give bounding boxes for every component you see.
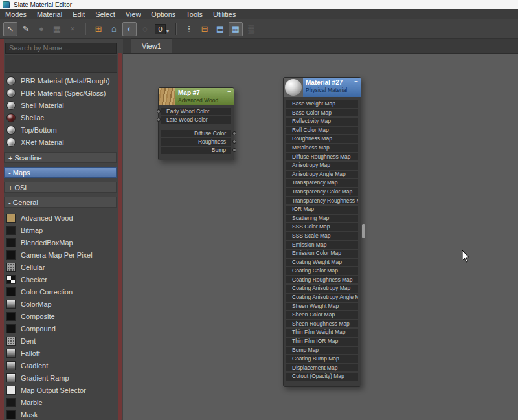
input-slot[interactable]: Refl Color Map: [286, 127, 358, 135]
browser-item-shell-material[interactable]: Shell Material: [4, 99, 118, 111]
show-grid-button[interactable]: ▒: [244, 22, 258, 36]
input-slot-early-wood-color[interactable]: Early Wood Color: [161, 108, 231, 115]
browser-item-dent[interactable]: Dent: [4, 335, 118, 347]
browser-item-gradient[interactable]: Gradient: [4, 359, 118, 371]
input-slot[interactable]: Metalness Map: [286, 144, 358, 152]
collapse-node-icon[interactable]: −: [354, 78, 358, 85]
browser-item-compound[interactable]: Compound: [4, 322, 118, 335]
input-slot[interactable]: Cutout (Opacity) Map: [286, 373, 358, 381]
input-slot-late-wood-color[interactable]: Late Wood Color: [161, 116, 231, 124]
browser-item-marble[interactable]: Marble: [4, 396, 118, 408]
output-slot-diffuse-color[interactable]: Diffuse Color: [161, 130, 231, 137]
input-socket-icon[interactable]: [157, 118, 161, 122]
node-graph-canvas[interactable]: Map #7 Advanced Wood − Early Wood Color …: [123, 54, 518, 420]
input-slot[interactable]: Coating Roughness Map: [286, 276, 358, 284]
menu-edit[interactable]: Edit: [67, 9, 90, 19]
menu-utilities[interactable]: Utilities: [208, 9, 241, 19]
input-slot[interactable]: Anisotropy Angle Map: [286, 171, 358, 179]
delete-selected-button[interactable]: ×: [65, 22, 80, 36]
input-slot[interactable]: Reflectivity Map: [286, 118, 358, 126]
input-slot[interactable]: SSS Scale Map: [286, 232, 358, 240]
input-slot[interactable]: IOR Map: [286, 206, 358, 214]
browser-scrollbar-right[interactable]: [118, 53, 122, 420]
browser-item-colormap[interactable]: ColorMap: [4, 298, 118, 310]
menu-select[interactable]: Select: [90, 9, 120, 19]
input-slot[interactable]: Thin Film Weight Map: [286, 329, 358, 337]
search-by-name-input[interactable]: [5, 43, 117, 54]
material-id-value[interactable]: 0: [155, 24, 166, 34]
output-slot-roughness[interactable]: Roughness: [161, 138, 231, 146]
show-end-result-button[interactable]: ◌: [138, 22, 152, 36]
output-slot-bump[interactable]: Bump: [161, 147, 231, 154]
browser-item-color-correction[interactable]: Color Correction: [4, 285, 118, 298]
select-tool-button[interactable]: ↖: [3, 22, 17, 36]
input-slot[interactable]: Coating Anisotropy Map: [286, 285, 358, 293]
hide-unused-nodeslots-button[interactable]: ⊟: [197, 22, 212, 36]
input-slot[interactable]: Transparency Roughness M...: [286, 197, 358, 205]
input-slot[interactable]: Sheen Color Map: [286, 311, 358, 319]
input-slot[interactable]: Emission Map: [286, 241, 358, 249]
input-slot[interactable]: Coating Color Map: [286, 267, 358, 275]
output-socket-icon[interactable]: [232, 140, 236, 144]
menu-material[interactable]: Material: [32, 9, 67, 19]
browser-group-osl[interactable]: + OSL: [4, 182, 117, 193]
input-slot[interactable]: Diffuse Roughness Map: [286, 153, 358, 161]
menu-options[interactable]: Options: [146, 9, 181, 19]
layout-all-vertical-button[interactable]: ▤: [213, 22, 227, 36]
show-shaded-material-in-viewport-button[interactable]: ◐: [122, 22, 137, 36]
output-socket-icon[interactable]: [232, 131, 236, 135]
input-slot[interactable]: Scattering Map: [286, 215, 358, 223]
collapse-node-icon[interactable]: −: [227, 89, 231, 95]
input-slot[interactable]: Coating Weight Map: [286, 259, 358, 267]
output-socket-icon[interactable]: [232, 148, 236, 152]
input-slot[interactable]: Transparency Map: [286, 179, 358, 187]
input-slot[interactable]: SSS Color Map: [286, 223, 358, 231]
browser-item-falloff[interactable]: Falloff: [4, 347, 118, 359]
move-children-button[interactable]: ⊞: [91, 22, 106, 36]
browser-item-top-bottom[interactable]: Top/Bottom: [4, 124, 118, 136]
input-slot[interactable]: Sheen Weight Map: [286, 303, 358, 311]
browser-item-advanced-wood[interactable]: Advanced Wood: [4, 212, 118, 224]
pick-material-eyedropper-button[interactable]: ✎: [19, 22, 33, 36]
menu-tools[interactable]: Tools: [181, 9, 208, 19]
browser-item-blendedboxmap[interactable]: BlendedBoxMap: [4, 236, 118, 249]
browser-item-xref-material[interactable]: XRef Material: [4, 136, 118, 148]
input-socket-icon[interactable]: [157, 109, 161, 113]
layout-children-button[interactable]: ▦: [229, 22, 243, 36]
input-slot[interactable]: Coating Anisotropy Angle M...: [286, 294, 358, 302]
browser-item-checker[interactable]: Checker: [4, 273, 118, 285]
input-slot[interactable]: Roughness Map: [286, 135, 358, 143]
node-material27-physical-material[interactable]: Material #27 Physical Material − Base We…: [283, 77, 361, 387]
material-id-channel[interactable]: 0 ▾: [155, 24, 169, 34]
input-slot[interactable]: Coating Bump Map: [286, 355, 358, 363]
browser-group-maps[interactable]: - Maps: [4, 167, 117, 178]
browser-item-cellular[interactable]: Cellular: [4, 261, 118, 273]
node-scrollbar-thumb[interactable]: [362, 224, 365, 238]
show-background-button[interactable]: ⌂: [107, 22, 121, 36]
input-slot[interactable]: Base Weight Map: [286, 100, 358, 108]
wood-node-header[interactable]: Map #7 Advanced Wood −: [159, 88, 234, 105]
input-slot[interactable]: Transparency Color Map: [286, 188, 358, 196]
show-one-level-button[interactable]: ⋮: [182, 22, 196, 36]
browser-item-shellac[interactable]: Shellac: [4, 111, 118, 124]
input-slot[interactable]: Base Color Map: [286, 109, 358, 117]
input-slot[interactable]: Bump Map: [286, 347, 358, 355]
browser-item-gradient-ramp[interactable]: Gradient Ramp: [4, 371, 118, 384]
assign-material-to-selection-button[interactable]: ▦: [50, 22, 64, 36]
browser-group-scanline[interactable]: + Scanline: [4, 152, 117, 163]
input-slot[interactable]: Anisotropy Map: [286, 162, 358, 170]
menu-modes[interactable]: Modes: [0, 9, 32, 19]
input-slot[interactable]: Thin Film IOR Map: [286, 338, 358, 346]
browser-item-map-output-selector[interactable]: Map Output Selector: [4, 384, 118, 396]
browser-item-mask[interactable]: Mask: [4, 408, 118, 420]
tab-view1[interactable]: View1: [131, 38, 172, 53]
browser-item-composite[interactable]: Composite: [4, 310, 118, 322]
browser-item-bitmap[interactable]: Bitmap: [4, 224, 118, 236]
browser-item-pbr-metal-rough[interactable]: PBR Material (Metal/Rough): [4, 74, 118, 87]
put-material-to-scene-button[interactable]: ●: [34, 22, 49, 36]
input-slot[interactable]: Emission Color Map: [286, 250, 358, 258]
menu-view[interactable]: View: [120, 9, 146, 19]
node-map7-advanced-wood[interactable]: Map #7 Advanced Wood − Early Wood Color …: [158, 87, 234, 160]
input-slot[interactable]: Displacement Map: [286, 364, 358, 372]
browser-item-pbr-spec-gloss[interactable]: PBR Material (Spec/Gloss): [4, 87, 118, 99]
